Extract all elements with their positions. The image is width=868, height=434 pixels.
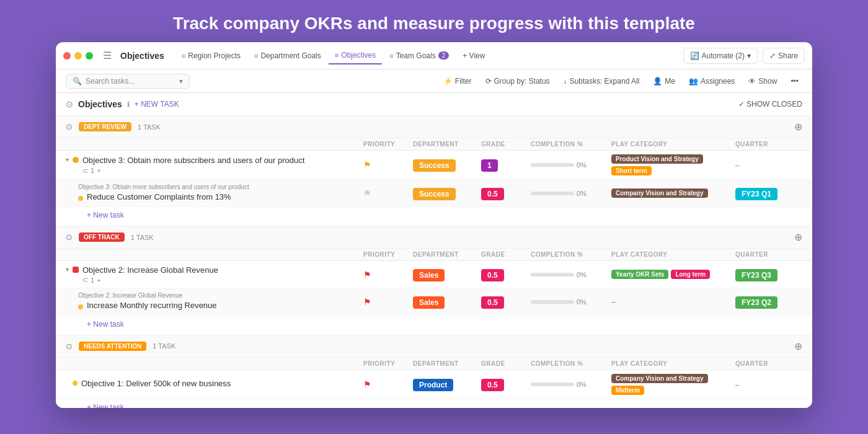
play-tag: Product Vision and Strategy	[611, 154, 703, 164]
quarter-cell: –	[735, 379, 810, 390]
show-button[interactable]: 👁 Show	[745, 74, 781, 88]
group-by-button[interactable]: ⟳ Group by: Status	[482, 74, 554, 88]
search-icon: 🔍	[73, 77, 82, 86]
section-header-off-track: ⊙ OFF TRACK 1 TASK ⊕	[56, 226, 812, 249]
play-tag: Short term	[611, 166, 652, 175]
grade-cell: 0.5	[481, 379, 531, 390]
task-checkbox[interactable]	[78, 196, 83, 201]
completion-value: 0%	[577, 161, 587, 169]
assignees-icon: 👥	[689, 77, 698, 86]
add-view-button[interactable]: + View	[456, 48, 491, 64]
task-sub-label: Objective 3: Obtain more subscribers and…	[78, 184, 249, 190]
task-sub-label: Objective 2: Increase Global Revenue	[78, 292, 217, 299]
table-row: ▾ Objective 1: Deliver 500k of new busin…	[56, 370, 812, 399]
subtask-icon: ⊂	[82, 167, 88, 175]
add-section-icon[interactable]: ⊕	[794, 231, 802, 243]
minimize-button[interactable]	[74, 52, 82, 60]
play-cat-cell: Product Vision and Strategy Short term	[611, 154, 735, 175]
progress-bar	[531, 383, 574, 386]
new-task-row[interactable]: + New task	[56, 316, 812, 335]
share-button[interactable]: ⤢ Share	[763, 48, 805, 64]
quarter-pill: FY23 Q3	[735, 269, 777, 281]
grade-pill: 0.5	[481, 296, 504, 309]
tab-team-goals[interactable]: ≡ Team Goals 2	[383, 48, 455, 64]
menu-icon[interactable]: ☰	[103, 50, 112, 61]
play-tag: Midterm	[611, 386, 644, 395]
col-headers-needs: PRIORITY DEPARTMENT GRADE COMPLETION % P…	[56, 358, 812, 370]
col-header-grade: GRADE	[481, 360, 531, 367]
assignees-button[interactable]: 👥 Assignees	[685, 74, 738, 88]
priority-flag-icon: ⚑	[363, 270, 371, 280]
more-options-button[interactable]: •••	[787, 74, 802, 88]
task-checkbox[interactable]	[73, 157, 79, 163]
maximize-button[interactable]	[86, 52, 93, 60]
search-box[interactable]: 🔍 Search tasks... ▾	[66, 74, 190, 89]
play-cat-cell: Company Vision and Strategy Midterm	[611, 374, 735, 395]
col-header-dept: DEPARTMENT	[413, 251, 481, 258]
close-button[interactable]	[63, 52, 71, 60]
toolbar-right: ⚡ Filter ⟳ Group by: Status ↓ Subtasks: …	[440, 74, 802, 88]
dept-cell: Sales	[413, 269, 481, 280]
show-icon: 👁	[748, 77, 756, 86]
dept-pill: Sales	[413, 296, 445, 309]
task-name-cell: Objective 2: Increase Global Revenue Inc…	[78, 292, 363, 311]
priority-flag-icon: ⚑	[363, 188, 371, 198]
task-checkbox[interactable]	[73, 381, 78, 386]
play-cat-cell: –	[611, 298, 735, 306]
task-checkbox[interactable]	[73, 267, 79, 273]
nav-tabs: ≡ Region Projects ≡ Department Goals ≡ O…	[175, 47, 677, 64]
info-icon[interactable]: ℹ	[127, 100, 130, 108]
completion-value: 0%	[577, 298, 587, 306]
quarter-cell: FY23 Q3	[735, 269, 810, 280]
task-name: Increase Monthly recurring Revenue	[87, 300, 217, 311]
add-section-icon[interactable]: ⊕	[794, 340, 802, 352]
table-row: Objective 3: Obtain more subscribers and…	[56, 180, 812, 207]
automate-button[interactable]: 🔄 Automate (2) ▾	[683, 48, 758, 64]
col-header-task	[66, 141, 363, 148]
expand-icon[interactable]: ▾	[66, 156, 69, 163]
expand-icon[interactable]: ▾	[66, 266, 69, 273]
show-closed-button[interactable]: ✓ SHOW CLOSED	[738, 100, 802, 108]
subtask-count: 1	[91, 167, 94, 174]
new-task-row[interactable]: + New task	[56, 207, 812, 226]
section-badge-dept-review: DEPT REVIEW	[79, 122, 131, 131]
col-header-dept: DEPARTMENT	[413, 360, 481, 367]
automate-chevron-icon: ▾	[747, 51, 751, 60]
new-task-row[interactable]: + New task	[56, 399, 812, 408]
table-row: ▾ Objective 3: Obtain more subscribers a…	[56, 151, 812, 180]
section-expand-icon[interactable]: ⊙	[66, 342, 73, 351]
add-section-icon[interactable]: ⊕	[794, 121, 802, 133]
tab-department-goals[interactable]: ≡ Department Goals	[248, 48, 327, 64]
completion-value: 0%	[577, 381, 587, 388]
group-icon: ⟳	[485, 77, 492, 86]
new-task-button[interactable]: + NEW TASK	[135, 100, 179, 108]
share-label: Share	[778, 51, 798, 60]
tab-icon: ≡	[254, 52, 258, 60]
quarter-cell: FY23 Q2	[735, 296, 810, 308]
tab-objectives[interactable]: ≡ Objectives	[329, 47, 382, 64]
col-header-grade: GRADE	[481, 251, 531, 258]
col-header-play-cat: PLAY CATEGORY	[611, 141, 735, 148]
add-view-label: + View	[463, 51, 485, 60]
subtasks-button[interactable]: ↓ Subtasks: Expand All	[560, 74, 644, 88]
task-name-cell: ▾ Objective 1: Deliver 500k of new busin…	[66, 378, 363, 389]
filter-button[interactable]: ⚡ Filter	[440, 74, 476, 88]
subtask-meta: ⊂ 1 +	[82, 276, 218, 284]
tab-region-projects[interactable]: ≡ Region Projects	[175, 48, 247, 64]
section-header-dept-review: ⊙ DEPT REVIEW 1 TASK ⊕	[56, 116, 812, 138]
task-checkbox[interactable]	[78, 304, 83, 309]
col-header-task	[66, 360, 363, 367]
tab-label: Objectives	[341, 51, 376, 60]
tab-label: Department Goals	[260, 51, 321, 60]
me-button[interactable]: 👤 Me	[649, 74, 679, 88]
add-subtask-icon[interactable]: +	[97, 277, 100, 284]
add-subtask-icon[interactable]: +	[97, 167, 100, 174]
traffic-lights	[63, 52, 93, 60]
task-name-cell: ▾ Objective 2: Increase Global Revenue ⊂…	[66, 265, 363, 284]
col-header-quarter: QUARTER	[735, 141, 810, 148]
section-expand-icon[interactable]: ⊙	[66, 232, 73, 242]
col-headers-dept-review: PRIORITY DEPARTMENT GRADE COMPLETION % P…	[56, 138, 812, 151]
dept-pill: Success	[413, 159, 456, 172]
me-label: Me	[665, 77, 675, 86]
section-expand-icon[interactable]: ⊙	[66, 122, 73, 131]
